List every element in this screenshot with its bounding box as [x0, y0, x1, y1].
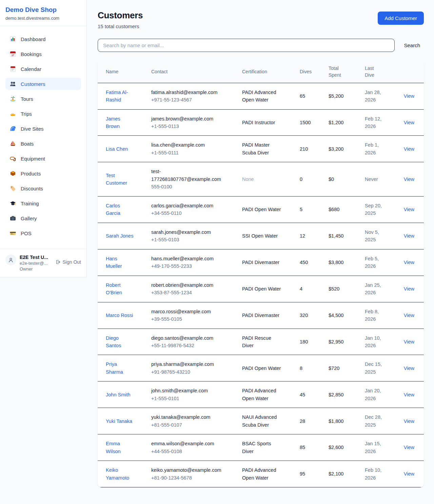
table-row: Diego Santos diego.santos@example.com +5…	[98, 329, 424, 355]
search-input[interactable]	[98, 39, 395, 52]
customer-name-link[interactable]: Hans Mueller	[106, 255, 134, 270]
sidebar-item[interactable]: Dive Sites	[5, 123, 81, 135]
customer-email: test-1772681807767@example.com	[151, 168, 223, 183]
customer-name-link[interactable]: Robert O'Brien	[106, 281, 134, 297]
customer-certification: SSI Open Water	[242, 232, 283, 240]
customer-dives: 320	[296, 302, 324, 329]
add-customer-button[interactable]: Add Customer	[378, 12, 424, 25]
view-link[interactable]: View	[404, 313, 414, 318]
customer-email: robert.obrien@example.com	[151, 281, 223, 289]
customer-phone: 555-0100	[151, 183, 234, 190]
customer-dives: 45	[296, 381, 324, 408]
sidebar-item[interactable]: 17 Bookings	[5, 48, 81, 60]
sidebar-item[interactable]: Gallery	[5, 212, 81, 224]
search-row: Search	[98, 39, 424, 52]
sidebar-item[interactable]: Equipment	[5, 152, 81, 165]
table-row: Lisa Chen lisa.chen@example.com +1-555-0…	[98, 136, 424, 162]
sidebar-item-label: Dive Sites	[21, 126, 44, 132]
sidebar-item-label: Products	[21, 171, 41, 176]
customer-name-link[interactable]: Yuki Tanaka	[106, 417, 132, 425]
view-link[interactable]: View	[404, 260, 414, 265]
page-title: Customers	[98, 10, 143, 21]
sidebar-item[interactable]: Products	[5, 167, 81, 180]
view-link[interactable]: View	[404, 286, 414, 292]
view-link[interactable]: View	[404, 176, 414, 182]
customer-phone: +1-555-0111	[151, 149, 234, 156]
view-link[interactable]: View	[404, 93, 414, 99]
customer-name-link[interactable]: Marco Rossi	[106, 312, 133, 319]
customer-dives: 12	[296, 223, 324, 249]
customer-email: sarah.jones@example.com	[151, 228, 223, 236]
view-link[interactable]: View	[404, 146, 414, 152]
customer-email: carlos.garcia@example.com	[151, 202, 223, 209]
customer-name-link[interactable]: Emma Wilson	[106, 440, 134, 455]
view-link[interactable]: View	[404, 233, 414, 239]
customer-total-spent: $3,800	[324, 249, 361, 276]
customer-name-link[interactable]: Fatima Al-Rashid	[106, 89, 134, 104]
customer-phone: +1-555-0103	[151, 236, 234, 243]
sidebar-item[interactable]: Discounts	[5, 182, 81, 194]
customer-name-link[interactable]: Carlos Garcia	[106, 202, 134, 217]
search-button[interactable]: Search	[404, 42, 420, 48]
customer-email: priya.sharma@example.com	[151, 360, 223, 368]
customer-dives: 0	[296, 162, 324, 196]
customer-email: marco.rossi@example.com	[151, 308, 223, 315]
table-row: Test Customer test-1772681807767@example…	[98, 162, 424, 196]
sidebar-item[interactable]: Dashboard	[5, 33, 81, 45]
customer-certification: NAUI Advanced Scuba Diver	[242, 413, 283, 429]
sidebar-header: Demo Dive Shop demo.test.divestreams.com	[0, 0, 86, 26]
sidebar-item[interactable]: POS	[5, 227, 81, 239]
view-link[interactable]: View	[404, 392, 414, 397]
sidebar-item[interactable]: Trips	[5, 108, 81, 120]
customer-name-link[interactable]: Priya Sharma	[106, 360, 134, 376]
view-link[interactable]: View	[404, 339, 414, 344]
customer-name-link[interactable]: Lisa Chen	[106, 145, 128, 153]
customer-phone: +81-555-0107	[151, 421, 234, 429]
sidebar-item-label: Customers	[21, 81, 45, 87]
sign-out-label: Sign Out	[63, 259, 81, 265]
customer-last-dive: Nov 5, 2025	[365, 228, 387, 244]
customer-email: fatima.alrashid@example.com	[151, 89, 223, 96]
customer-dives: 8	[296, 355, 324, 381]
customer-name-link[interactable]: Diego Santos	[106, 334, 134, 350]
customer-name-link[interactable]: John Smith	[106, 391, 131, 398]
view-link[interactable]: View	[404, 120, 414, 125]
col-header-certification: Certification	[238, 61, 296, 83]
table-row: Hans Mueller hans.mueller@example.com +4…	[98, 249, 424, 276]
graduation-cap-icon	[9, 200, 16, 207]
sidebar-item[interactable]: Training	[5, 197, 81, 209]
sidebar-item[interactable]: Tours	[5, 93, 81, 105]
sidebar-item[interactable]: Calendar	[5, 63, 81, 75]
customer-name-link[interactable]: Sarah Jones	[106, 232, 133, 240]
sidebar-item[interactable]: Customers	[5, 78, 81, 90]
view-link[interactable]: View	[404, 471, 414, 477]
customer-total-spent: $2,100	[324, 461, 361, 487]
sign-out-icon	[55, 259, 61, 265]
sign-out-button[interactable]: Sign Out	[55, 259, 81, 265]
dive-mask-icon	[9, 155, 16, 162]
customer-name-link[interactable]: Keiko Yamamoto	[106, 466, 134, 482]
sidebar-item[interactable]: Boats	[5, 137, 81, 150]
package-icon	[9, 170, 16, 177]
view-link[interactable]: View	[404, 445, 414, 450]
customer-total-spent: $720	[324, 355, 361, 381]
customer-phone: +49-170-555-2233	[151, 262, 234, 270]
customer-dives: 210	[296, 136, 324, 162]
person-icon	[7, 257, 14, 263]
customer-name-link[interactable]: James Brown	[106, 115, 134, 130]
people-icon	[9, 80, 16, 87]
customer-email: keiko.yamamoto@example.com	[151, 466, 223, 474]
customer-certification: PADI Advanced Open Water	[242, 387, 283, 402]
view-link[interactable]: View	[404, 366, 414, 371]
svg-text:17: 17	[12, 54, 14, 57]
customer-email: yuki.tanaka@example.com	[151, 413, 223, 421]
sidebar: Demo Dive Shop demo.test.divestreams.com…	[0, 0, 87, 277]
table-row: Fatima Al-Rashid fatima.alrashid@example…	[98, 83, 424, 109]
customer-name-link[interactable]: Test Customer	[106, 172, 134, 187]
sidebar-item-label: Bookings	[21, 51, 42, 57]
customer-certification: PADI Divemaster	[242, 259, 283, 266]
customer-last-dive: Jan 10, 2026	[365, 334, 387, 350]
view-link[interactable]: View	[404, 207, 414, 212]
user-info: E2E Test U... e2e-tester@... Owner	[20, 255, 52, 272]
view-link[interactable]: View	[404, 418, 414, 424]
